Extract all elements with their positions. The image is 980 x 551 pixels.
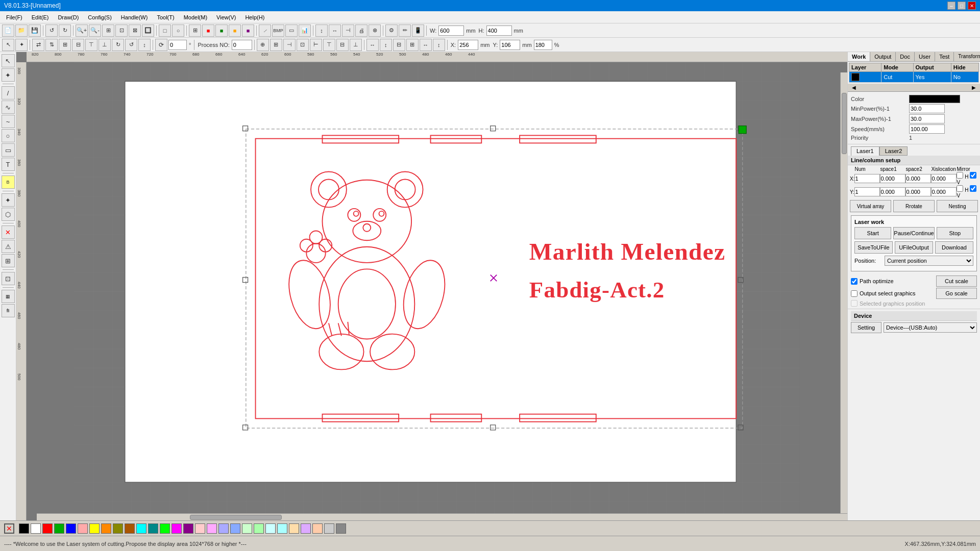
menu-help[interactable]: Help(H) <box>241 13 268 21</box>
lcs-x-xloc[interactable] <box>931 174 957 183</box>
rotate-cw-button[interactable]: ↻ <box>112 39 124 51</box>
menu-handle[interactable]: Handle(W) <box>117 13 152 21</box>
save-button[interactable]: 💾 <box>29 24 41 37</box>
vscroll-thumb[interactable] <box>842 93 847 154</box>
panel-scroll-right[interactable]: ▶ <box>970 85 978 90</box>
front-button[interactable]: ⊤ <box>85 39 97 51</box>
start-button[interactable]: Start <box>854 227 891 239</box>
polygon-tool[interactable]: ⬡ <box>2 208 15 221</box>
color-light-red[interactable] <box>78 523 88 534</box>
speed-input[interactable]: 100.00 <box>909 124 945 134</box>
color-brown[interactable] <box>125 523 135 534</box>
zoom-input[interactable] <box>534 40 552 50</box>
grid-view-tool[interactable]: ▦ <box>2 290 15 303</box>
color-white[interactable] <box>31 523 41 534</box>
color-cyan[interactable] <box>136 523 146 534</box>
ufile-output-button[interactable]: UFileOutput <box>895 241 933 254</box>
undo-button[interactable]: ↺ <box>45 24 58 37</box>
color1-button[interactable]: ■ <box>202 24 214 37</box>
line-draw-tool[interactable]: / <box>2 86 15 99</box>
pos-y-input[interactable] <box>500 40 520 50</box>
min-power-input[interactable]: 30.0 <box>909 104 945 113</box>
color-light-cyan[interactable] <box>265 523 276 534</box>
bmp-tool[interactable]: B <box>2 176 15 189</box>
color-blue[interactable] <box>66 523 76 534</box>
color-orange[interactable] <box>101 523 111 534</box>
rect-draw-tool[interactable]: ▭ <box>2 143 15 157</box>
back-button[interactable]: ⊥ <box>99 39 111 51</box>
color-green[interactable] <box>54 523 64 534</box>
color-pink[interactable] <box>195 523 205 534</box>
device-select[interactable]: Device---(USB:Auto) <box>884 322 977 333</box>
print-button[interactable]: 🖨 <box>355 24 368 37</box>
circle-mode-button[interactable]: ○ <box>172 24 184 37</box>
equal-space-button[interactable]: ⊟ <box>393 39 405 51</box>
mirror-h-button[interactable]: ⇄ <box>32 39 44 51</box>
measure-tool[interactable]: ⚠ <box>2 240 15 253</box>
star-tool[interactable]: ✦ <box>2 193 15 207</box>
zoom-all-button[interactable]: ⊠ <box>129 24 141 37</box>
color-teal[interactable] <box>148 523 158 534</box>
color-gray[interactable] <box>336 523 346 534</box>
zoom-in-button[interactable]: 🔍+ <box>76 24 88 37</box>
lcs-y-num[interactable] <box>854 187 880 196</box>
color-purple[interactable] <box>183 523 193 534</box>
snap2-button[interactable]: ⊞ <box>270 39 282 51</box>
lcs-x-h-check[interactable] <box>957 172 963 179</box>
path-optimize-check[interactable] <box>851 278 857 285</box>
color-value-swatch[interactable] <box>909 95 960 103</box>
align-top-button[interactable]: ⊤ <box>323 39 335 51</box>
zoom-fit-button[interactable]: ⊞ <box>102 24 114 37</box>
tab-output[interactable]: Output <box>870 52 896 61</box>
canvas[interactable]: Marlith Melendez Fabdig-Act.2 <box>27 62 847 520</box>
rrotate-button[interactable]: Rrotate <box>893 200 935 212</box>
rect-mode-button[interactable]: □ <box>159 24 171 37</box>
lcs-x-num[interactable] <box>854 174 880 183</box>
delete-tool[interactable]: ✕ <box>2 226 15 239</box>
menu-edit[interactable]: Edit(E) <box>28 13 53 21</box>
layer-mode-cell[interactable]: Cut <box>881 72 913 83</box>
lcs-y-space2[interactable] <box>905 187 931 196</box>
open-button[interactable]: 📁 <box>15 24 28 37</box>
new-button[interactable]: 📄 <box>2 24 14 37</box>
color-light-pink[interactable] <box>207 523 217 534</box>
rotate-ccw-button[interactable]: ↺ <box>125 39 137 51</box>
lcs-y-h-check[interactable] <box>957 185 963 192</box>
cut-scale-button[interactable]: Cut scale <box>936 276 977 287</box>
color3-button[interactable]: ■ <box>229 24 241 37</box>
freehand-tool[interactable]: ~ <box>2 115 15 128</box>
go-scale-button[interactable]: Go scale <box>936 288 977 299</box>
laser1-tab[interactable]: Laser1 <box>851 146 879 156</box>
color-light-green[interactable] <box>254 523 264 534</box>
zoom-full-button[interactable]: 🔲 <box>142 24 154 37</box>
color-black[interactable] <box>19 523 29 534</box>
selected-graphics-check[interactable] <box>851 300 857 307</box>
menu-config[interactable]: Config(S) <box>84 13 115 21</box>
color-light-blue[interactable] <box>230 523 240 534</box>
path-button[interactable]: ↕ <box>315 24 328 37</box>
group-button[interactable]: ⊞ <box>59 39 71 51</box>
menu-view[interactable]: View(V) <box>212 13 240 21</box>
lcs-y-v-check[interactable] <box>970 185 976 192</box>
process-no-input[interactable]: 0 <box>232 40 252 50</box>
setting-button[interactable]: Setting <box>851 322 881 333</box>
snap-button[interactable]: ⊕ <box>257 39 269 51</box>
align-right-button[interactable]: ⊢ <box>310 39 322 51</box>
width-input[interactable]: 600 <box>438 26 464 36</box>
settings-button[interactable]: ⚙ <box>385 24 398 37</box>
nesting-button[interactable]: Nesting <box>937 200 978 212</box>
text-tool[interactable]: T <box>2 158 15 171</box>
download-button[interactable]: Download <box>935 241 973 254</box>
horizontal-scrollbar[interactable] <box>37 513 847 520</box>
pause-button[interactable]: Pause/Continue <box>893 227 934 239</box>
zoom-area-tool[interactable]: ⊡ <box>2 272 15 285</box>
color-yellow[interactable] <box>89 523 100 534</box>
menu-file[interactable]: File(F) <box>2 13 27 21</box>
color-mint[interactable] <box>242 523 252 534</box>
menu-draw[interactable]: Draw(D) <box>54 13 83 21</box>
laser-button[interactable]: ⊗ <box>369 24 381 37</box>
position-select[interactable]: Current position <box>885 256 973 266</box>
grid-tool[interactable]: ⊞ <box>2 254 15 267</box>
h-flip-button[interactable]: ↔ <box>420 39 432 51</box>
tab-transform[interactable]: Transform <box>954 52 980 61</box>
